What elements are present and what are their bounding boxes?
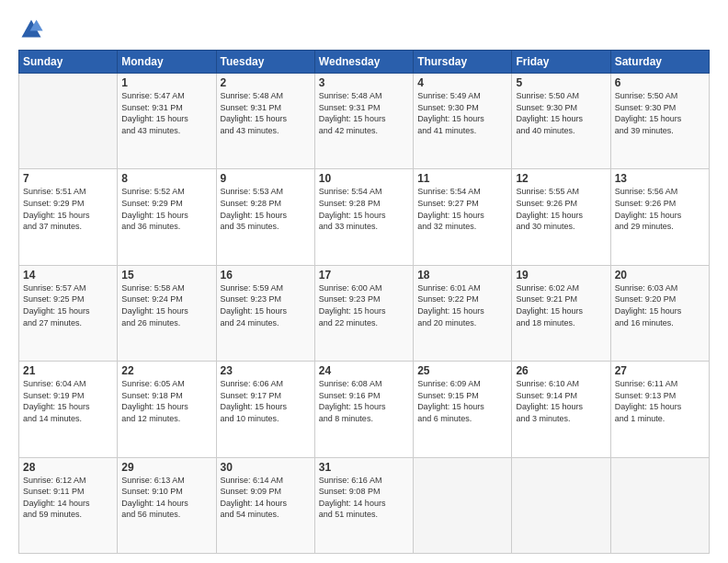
calendar-cell: 31Sunrise: 6:16 AM Sunset: 9:08 PM Dayli… bbox=[314, 457, 413, 553]
day-info: Sunrise: 6:02 AM Sunset: 9:21 PM Dayligh… bbox=[516, 282, 606, 328]
day-info: Sunrise: 5:57 AM Sunset: 9:25 PM Dayligh… bbox=[23, 282, 113, 328]
logo bbox=[18, 17, 48, 42]
day-info: Sunrise: 6:06 AM Sunset: 9:17 PM Dayligh… bbox=[221, 378, 311, 424]
calendar-cell: 14Sunrise: 5:57 AM Sunset: 9:25 PM Dayli… bbox=[19, 265, 118, 361]
day-info: Sunrise: 5:55 AM Sunset: 9:26 PM Dayligh… bbox=[516, 186, 606, 232]
weekday-header: Thursday bbox=[414, 51, 512, 74]
calendar-cell bbox=[610, 457, 709, 553]
day-info: Sunrise: 5:49 AM Sunset: 9:30 PM Dayligh… bbox=[417, 90, 507, 136]
calendar-cell: 10Sunrise: 5:54 AM Sunset: 9:28 PM Dayli… bbox=[314, 169, 413, 265]
calendar-cell: 24Sunrise: 6:08 AM Sunset: 9:16 PM Dayli… bbox=[314, 362, 413, 457]
page: SundayMondayTuesdayWednesdayThursdayFrid… bbox=[0, 0, 728, 563]
day-number: 12 bbox=[516, 172, 606, 185]
logo-icon bbox=[18, 17, 44, 42]
day-number: 13 bbox=[615, 172, 705, 185]
day-number: 7 bbox=[23, 172, 113, 185]
day-number: 31 bbox=[319, 461, 409, 474]
calendar-week-row: 14Sunrise: 5:57 AM Sunset: 9:25 PM Dayli… bbox=[19, 265, 710, 361]
calendar-cell: 25Sunrise: 6:09 AM Sunset: 9:15 PM Dayli… bbox=[414, 362, 512, 457]
day-info: Sunrise: 5:48 AM Sunset: 9:31 PM Dayligh… bbox=[319, 90, 409, 136]
day-info: Sunrise: 5:50 AM Sunset: 9:30 PM Dayligh… bbox=[615, 90, 705, 136]
weekday-header: Monday bbox=[118, 51, 216, 74]
calendar: SundayMondayTuesdayWednesdayThursdayFrid… bbox=[18, 50, 710, 554]
weekday-row: SundayMondayTuesdayWednesdayThursdayFrid… bbox=[19, 51, 710, 74]
calendar-cell: 23Sunrise: 6:06 AM Sunset: 9:17 PM Dayli… bbox=[216, 362, 314, 457]
calendar-cell: 3Sunrise: 5:48 AM Sunset: 9:31 PM Daylig… bbox=[314, 74, 413, 169]
calendar-header: SundayMondayTuesdayWednesdayThursdayFrid… bbox=[19, 51, 710, 74]
day-info: Sunrise: 5:53 AM Sunset: 9:28 PM Dayligh… bbox=[221, 186, 311, 232]
day-number: 24 bbox=[319, 364, 409, 377]
calendar-cell: 1Sunrise: 5:47 AM Sunset: 9:31 PM Daylig… bbox=[118, 74, 216, 169]
calendar-cell bbox=[512, 457, 610, 553]
day-number: 10 bbox=[319, 172, 409, 185]
calendar-cell: 19Sunrise: 6:02 AM Sunset: 9:21 PM Dayli… bbox=[512, 265, 610, 361]
day-number: 5 bbox=[516, 76, 606, 89]
calendar-cell: 8Sunrise: 5:52 AM Sunset: 9:29 PM Daylig… bbox=[118, 169, 216, 265]
day-number: 14 bbox=[23, 269, 113, 282]
day-info: Sunrise: 5:58 AM Sunset: 9:24 PM Dayligh… bbox=[121, 282, 211, 328]
day-info: Sunrise: 6:09 AM Sunset: 9:15 PM Dayligh… bbox=[417, 378, 507, 424]
day-info: Sunrise: 6:04 AM Sunset: 9:19 PM Dayligh… bbox=[23, 378, 113, 424]
day-info: Sunrise: 6:16 AM Sunset: 9:08 PM Dayligh… bbox=[319, 475, 409, 521]
day-info: Sunrise: 5:54 AM Sunset: 9:27 PM Dayligh… bbox=[417, 186, 507, 232]
calendar-cell: 12Sunrise: 5:55 AM Sunset: 9:26 PM Dayli… bbox=[512, 169, 610, 265]
header bbox=[18, 17, 710, 42]
calendar-cell: 18Sunrise: 6:01 AM Sunset: 9:22 PM Dayli… bbox=[414, 265, 512, 361]
calendar-cell: 20Sunrise: 6:03 AM Sunset: 9:20 PM Dayli… bbox=[610, 265, 709, 361]
day-info: Sunrise: 6:13 AM Sunset: 9:10 PM Dayligh… bbox=[121, 475, 211, 521]
day-number: 9 bbox=[221, 172, 311, 185]
day-number: 30 bbox=[221, 461, 311, 474]
day-number: 29 bbox=[121, 461, 211, 474]
day-number: 2 bbox=[221, 76, 311, 89]
day-number: 3 bbox=[319, 76, 409, 89]
day-number: 23 bbox=[221, 364, 311, 377]
day-info: Sunrise: 6:10 AM Sunset: 9:14 PM Dayligh… bbox=[516, 378, 606, 424]
day-number: 11 bbox=[417, 172, 507, 185]
day-info: Sunrise: 6:00 AM Sunset: 9:23 PM Dayligh… bbox=[319, 282, 409, 328]
day-number: 4 bbox=[417, 76, 507, 89]
calendar-cell: 26Sunrise: 6:10 AM Sunset: 9:14 PM Dayli… bbox=[512, 362, 610, 457]
day-info: Sunrise: 5:54 AM Sunset: 9:28 PM Dayligh… bbox=[319, 186, 409, 232]
calendar-cell: 13Sunrise: 5:56 AM Sunset: 9:26 PM Dayli… bbox=[610, 169, 709, 265]
day-info: Sunrise: 6:03 AM Sunset: 9:20 PM Dayligh… bbox=[615, 282, 705, 328]
calendar-week-row: 28Sunrise: 6:12 AM Sunset: 9:11 PM Dayli… bbox=[19, 457, 710, 553]
weekday-header: Friday bbox=[512, 51, 610, 74]
calendar-cell bbox=[19, 74, 118, 169]
weekday-header: Saturday bbox=[610, 51, 709, 74]
calendar-cell: 7Sunrise: 5:51 AM Sunset: 9:29 PM Daylig… bbox=[19, 169, 118, 265]
day-number: 27 bbox=[615, 364, 705, 377]
day-number: 21 bbox=[23, 364, 113, 377]
calendar-cell: 6Sunrise: 5:50 AM Sunset: 9:30 PM Daylig… bbox=[610, 74, 709, 169]
day-number: 22 bbox=[121, 364, 211, 377]
day-info: Sunrise: 5:52 AM Sunset: 9:29 PM Dayligh… bbox=[121, 186, 211, 232]
day-number: 18 bbox=[417, 269, 507, 282]
day-number: 26 bbox=[516, 364, 606, 377]
calendar-cell: 21Sunrise: 6:04 AM Sunset: 9:19 PM Dayli… bbox=[19, 362, 118, 457]
day-number: 17 bbox=[319, 269, 409, 282]
calendar-cell: 17Sunrise: 6:00 AM Sunset: 9:23 PM Dayli… bbox=[314, 265, 413, 361]
day-number: 19 bbox=[516, 269, 606, 282]
day-number: 15 bbox=[121, 269, 211, 282]
calendar-cell: 4Sunrise: 5:49 AM Sunset: 9:30 PM Daylig… bbox=[414, 74, 512, 169]
day-number: 6 bbox=[615, 76, 705, 89]
calendar-cell: 9Sunrise: 5:53 AM Sunset: 9:28 PM Daylig… bbox=[216, 169, 314, 265]
calendar-cell: 22Sunrise: 6:05 AM Sunset: 9:18 PM Dayli… bbox=[118, 362, 216, 457]
calendar-cell: 15Sunrise: 5:58 AM Sunset: 9:24 PM Dayli… bbox=[118, 265, 216, 361]
calendar-cell: 28Sunrise: 6:12 AM Sunset: 9:11 PM Dayli… bbox=[19, 457, 118, 553]
day-number: 20 bbox=[615, 269, 705, 282]
day-info: Sunrise: 6:14 AM Sunset: 9:09 PM Dayligh… bbox=[221, 475, 311, 521]
day-info: Sunrise: 6:12 AM Sunset: 9:11 PM Dayligh… bbox=[23, 475, 113, 521]
calendar-cell: 11Sunrise: 5:54 AM Sunset: 9:27 PM Dayli… bbox=[414, 169, 512, 265]
day-info: Sunrise: 5:47 AM Sunset: 9:31 PM Dayligh… bbox=[121, 90, 211, 136]
day-number: 25 bbox=[417, 364, 507, 377]
calendar-week-row: 7Sunrise: 5:51 AM Sunset: 9:29 PM Daylig… bbox=[19, 169, 710, 265]
day-info: Sunrise: 5:56 AM Sunset: 9:26 PM Dayligh… bbox=[615, 186, 705, 232]
day-info: Sunrise: 5:48 AM Sunset: 9:31 PM Dayligh… bbox=[221, 90, 311, 136]
calendar-cell: 5Sunrise: 5:50 AM Sunset: 9:30 PM Daylig… bbox=[512, 74, 610, 169]
calendar-cell bbox=[414, 457, 512, 553]
calendar-cell: 27Sunrise: 6:11 AM Sunset: 9:13 PM Dayli… bbox=[610, 362, 709, 457]
calendar-week-row: 1Sunrise: 5:47 AM Sunset: 9:31 PM Daylig… bbox=[19, 74, 710, 169]
day-number: 1 bbox=[121, 76, 211, 89]
day-info: Sunrise: 5:51 AM Sunset: 9:29 PM Dayligh… bbox=[23, 186, 113, 232]
weekday-header: Sunday bbox=[19, 51, 118, 74]
